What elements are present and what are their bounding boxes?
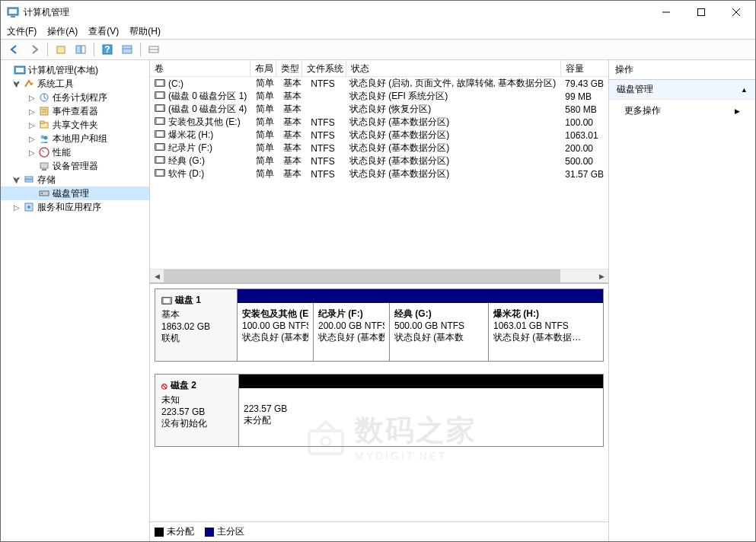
tree-system-tools[interactable]: ⮟系统工具 (1, 77, 149, 91)
minimize-button[interactable] (649, 1, 684, 24)
svg-rect-7 (57, 46, 65, 53)
collapse-icon[interactable]: ▲ (741, 86, 748, 94)
expand-icon[interactable]: ▶ (735, 107, 740, 115)
svg-rect-33 (25, 180, 33, 182)
svg-line-29 (42, 150, 44, 152)
menu-bar: 文件(F) 操作(A) 查看(V) 帮助(H) (1, 24, 755, 39)
disk-2-header-bar (239, 375, 603, 388)
close-button[interactable] (719, 1, 754, 24)
help-icon[interactable]: ? (98, 41, 116, 58)
svg-rect-32 (25, 177, 33, 179)
svg-rect-30 (40, 163, 48, 168)
disk-1-partition[interactable]: 纪录片 (F:)200.00 GB NTFS状态良好 (基本数 (314, 303, 390, 361)
svg-text:?: ? (104, 44, 110, 55)
svg-rect-25 (40, 121, 44, 123)
disk-2-row[interactable]: ⦸ 磁盘 2 未知 223.57 GB 没有初始化 223.57 GB 未分配 (155, 374, 604, 447)
volume-row[interactable]: 爆米花 (H:)简单基本NTFS状态良好 (基本数据分区)1063.01 (150, 129, 608, 142)
svg-rect-4 (698, 9, 705, 16)
expand-icon[interactable]: ▷ (27, 120, 37, 130)
disk-icon (161, 297, 172, 304)
volume-row[interactable]: (C:)简单基本NTFS状态良好 (启动, 页面文件, 故障转储, 基本数据分区… (150, 77, 608, 90)
disk-1-partition[interactable]: 经典 (G:)500.00 GB NTFS状态良好 (基本数 (390, 303, 489, 361)
forward-button[interactable] (25, 41, 43, 58)
volume-row[interactable]: (磁盘 0 磁盘分区 1)简单基本状态良好 (EFI 系统分区)99 MB (150, 90, 608, 103)
svg-rect-2 (11, 16, 15, 18)
volume-row[interactable]: (磁盘 0 磁盘分区 4)简单基本状态良好 (恢复分区)580 MB (150, 103, 608, 116)
svg-point-35 (41, 193, 43, 194)
disk-1-partition[interactable]: 安装包及其他 (E100.00 GB NTFS状态良好 (基本数 (238, 303, 314, 361)
volumes-table[interactable]: (C:)简单基本NTFS状态良好 (启动, 页面文件, 故障转储, 基本数据分区… (150, 77, 608, 180)
disk-1-row[interactable]: 磁盘 1 基本 1863.02 GB 联机 安装包及其他 (E100.00 GB… (155, 289, 604, 362)
column-headers[interactable]: 卷 布局 类型 文件系统 状态 容量 (150, 60, 608, 77)
scroll-left-icon[interactable]: ◀ (150, 269, 164, 282)
menu-help[interactable]: 帮助(H) (129, 25, 161, 38)
legend: 未分配 主分区 (150, 521, 608, 541)
volume-list: 卷 布局 类型 文件系统 状态 容量 (C:)简单基本NTFS状态良好 (启动,… (150, 60, 608, 284)
tree-local-users[interactable]: ▷本地用户和组 (1, 132, 149, 145)
collapse-icon[interactable]: ⮟ (11, 174, 22, 185)
svg-rect-21 (40, 107, 48, 115)
title-bar: 计算机管理 (1, 1, 755, 24)
col-type[interactable]: 类型 (276, 60, 302, 76)
col-layout[interactable]: 布局 (250, 60, 276, 76)
navigation-tree[interactable]: 计算机管理(本地) ⮟系统工具 ▷任务计划程序 ▷事件查看器 ▷共享文件夹 ▷本… (1, 60, 150, 541)
expand-icon[interactable]: ▷ (27, 92, 37, 103)
scroll-right-icon[interactable]: ▶ (595, 269, 608, 282)
toolbar-icon-1[interactable] (52, 41, 70, 58)
tree-shared-folders[interactable]: ▷共享文件夹 (1, 118, 149, 132)
back-button[interactable] (5, 41, 24, 58)
svg-rect-12 (123, 46, 132, 53)
menu-action[interactable]: 操作(A) (47, 25, 78, 38)
col-volume[interactable]: 卷 (150, 60, 250, 76)
tree-root[interactable]: 计算机管理(本地) (1, 63, 149, 77)
tree-event-viewer[interactable]: ▷事件查看器 (1, 104, 149, 118)
volume-row[interactable]: 经典 (G:)简单基本NTFS状态良好 (基本数据分区)500.00 (150, 155, 608, 167)
col-filesystem[interactable]: 文件系统 (302, 60, 346, 76)
svg-point-37 (27, 206, 30, 209)
toolbar: ? (1, 39, 755, 60)
toolbar-icon-4[interactable] (145, 41, 163, 58)
actions-header: 操作 (609, 60, 755, 80)
disk-2-partition[interactable]: 223.57 GB 未分配 (239, 388, 603, 446)
svg-rect-31 (42, 169, 46, 171)
disk-1-partition[interactable]: 爆米花 (H:)1063.01 GB NTFS状态良好 (基本数据… (489, 303, 603, 361)
collapse-icon[interactable]: ⮟ (11, 78, 22, 89)
menu-file[interactable]: 文件(F) (7, 25, 37, 38)
toolbar-icon-3[interactable] (118, 41, 136, 58)
svg-rect-17 (16, 68, 24, 72)
h-scrollbar[interactable]: ◀ ▶ (150, 269, 608, 282)
disk-2-label: ⦸ 磁盘 2 未知 223.57 GB 没有初始化 (155, 375, 239, 446)
tree-task-scheduler[interactable]: ▷任务计划程序 (1, 91, 149, 104)
actions-section-disk-mgmt[interactable]: 磁盘管理 ▲ (609, 80, 755, 100)
tree-performance[interactable]: ▷性能 (1, 145, 149, 159)
toolbar-icon-2[interactable] (72, 41, 90, 58)
volume-row[interactable]: 安装包及其他 (E:)简单基本NTFS状态良好 (基本数据分区)100.00 (150, 116, 608, 129)
menu-view[interactable]: 查看(V) (88, 25, 119, 38)
tree-disk-management[interactable]: 磁盘管理 (1, 187, 149, 200)
legend-primary-swatch (205, 528, 214, 537)
col-status[interactable]: 状态 (346, 60, 561, 76)
disk-1-label: 磁盘 1 基本 1863.02 GB 联机 (155, 289, 238, 361)
scroll-thumb[interactable] (164, 269, 560, 282)
tree-device-manager[interactable]: 设备管理器 (1, 159, 149, 173)
disk-1-header-bar (238, 289, 603, 303)
expand-icon[interactable]: ▷ (27, 106, 37, 116)
svg-rect-1 (9, 9, 17, 14)
expand-icon[interactable]: ▷ (27, 133, 37, 144)
volume-row[interactable]: 软件 (D:)简单基本NTFS状态良好 (基本数据分区)31.57 GB (150, 167, 608, 180)
col-capacity[interactable]: 容量 (561, 60, 608, 76)
volume-row[interactable]: 纪录片 (F:)简单基本NTFS状态良好 (基本数据分区)200.00 (150, 142, 608, 155)
legend-unallocated-swatch (155, 528, 164, 537)
expand-icon[interactable]: ▷ (11, 202, 22, 212)
tree-services-apps[interactable]: ▷服务和应用程序 (1, 200, 149, 214)
tree-storage[interactable]: ⮟存储 (1, 173, 149, 187)
actions-panel: 操作 磁盘管理 ▲ 更多操作 ▶ (609, 60, 755, 541)
app-icon (7, 6, 19, 18)
maximize-button[interactable] (684, 1, 719, 24)
actions-more[interactable]: 更多操作 ▶ (609, 100, 755, 122)
svg-rect-8 (76, 46, 81, 53)
svg-rect-9 (81, 46, 85, 53)
svg-point-27 (44, 136, 48, 140)
expand-icon[interactable]: ▷ (27, 147, 37, 158)
disk-map: 磁盘 1 基本 1863.02 GB 联机 安装包及其他 (E100.00 GB… (150, 284, 608, 521)
